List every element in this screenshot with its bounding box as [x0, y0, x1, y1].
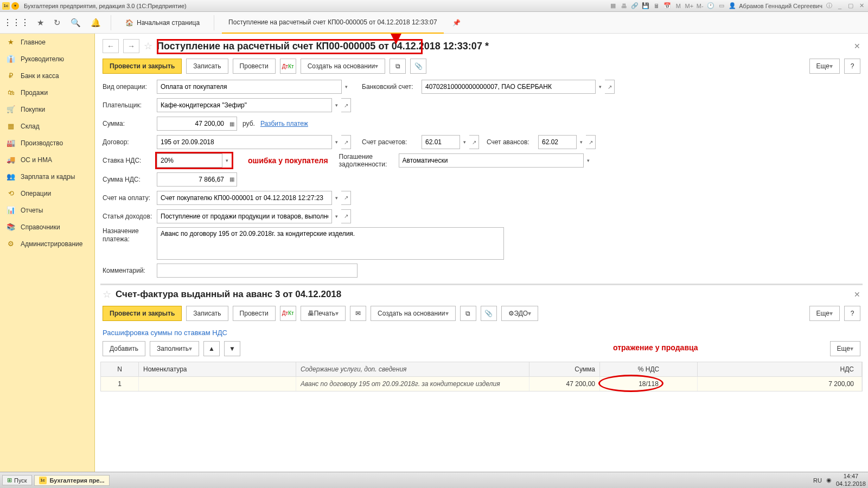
calendar-icon[interactable]: 📅 — [663, 2, 672, 10]
print-button[interactable]: 🖶 Печать — [301, 306, 346, 321]
print-icon[interactable]: 🖶 — [620, 2, 628, 10]
m-icon[interactable]: M — [674, 2, 682, 10]
more-button[interactable]: Еще — [809, 306, 840, 321]
invoice-input[interactable] — [157, 191, 331, 205]
dropdown-icon[interactable]: ▾ — [331, 191, 341, 205]
system-clock[interactable]: 14:47 04.12.2018 — [836, 473, 866, 487]
create-based-button[interactable]: Создать на основании — [301, 59, 386, 74]
save-button[interactable]: Записать — [186, 59, 228, 74]
dropdown-icon[interactable]: ▾ — [583, 153, 593, 168]
info-icon[interactable]: ⓘ — [825, 2, 833, 10]
income-item-input[interactable] — [157, 209, 331, 223]
open-icon[interactable]: ↗ — [586, 135, 596, 149]
sidebar-item-purchases[interactable]: 🛒Покупки — [0, 101, 94, 118]
sidebar-item-bank[interactable]: ₽Банк и касса — [0, 67, 94, 84]
bank-acc-input[interactable] — [422, 80, 595, 94]
dropdown-icon[interactable]: ▾ — [331, 135, 341, 149]
table-row[interactable]: 1 Аванс по договору 195 от 20.09.2018г. … — [100, 377, 863, 391]
open-icon[interactable]: ↗ — [341, 209, 351, 223]
attach-button[interactable]: 📎 — [481, 306, 497, 321]
move-up-button[interactable]: ▲ — [203, 341, 220, 356]
calc-icon[interactable]: 🖩 — [652, 2, 661, 10]
more-button[interactable]: Еще — [809, 59, 840, 74]
lang-indicator[interactable]: RU — [813, 477, 822, 484]
dropdown-icon[interactable]: ▾ — [341, 80, 351, 94]
open-icon[interactable]: ↗ — [469, 135, 479, 149]
advance-acc-input[interactable] — [538, 135, 576, 149]
structure-button[interactable]: ⧉ — [460, 306, 476, 321]
fill-button[interactable]: Заполнить — [150, 341, 199, 356]
vat-breakdown-link[interactable]: Расшифровка суммы по ставкам НДС — [103, 329, 863, 337]
dropdown-icon[interactable]: ▾ — [595, 80, 605, 94]
post-button[interactable]: Провести — [233, 306, 276, 321]
email-button[interactable]: ✉ — [350, 306, 366, 321]
search-icon[interactable]: 🔍 — [68, 16, 83, 30]
add-button[interactable]: Добавить — [103, 341, 145, 356]
edo-button[interactable]: ⚙ ЭДО — [501, 306, 539, 321]
vat-rate-input[interactable] — [157, 153, 222, 168]
nav-back-button[interactable]: ← — [103, 39, 119, 53]
payer-input[interactable] — [157, 98, 331, 112]
app-menu-icon[interactable]: ▾ — [11, 2, 19, 10]
dropdown-icon[interactable]: ▾ — [331, 98, 341, 112]
nav-forward-button[interactable]: → — [123, 39, 139, 53]
calc-icon[interactable]: ▦ — [227, 172, 237, 187]
post-close-button[interactable]: Провести и закрыть — [103, 306, 182, 321]
sum-input[interactable] — [157, 117, 227, 131]
open-icon[interactable]: ↗ — [341, 135, 351, 149]
vat-sum-input[interactable] — [157, 172, 227, 187]
sidebar-item-refs[interactable]: 📚Справочники — [0, 219, 94, 235]
toolbar-icon[interactable]: ▦ — [609, 2, 617, 10]
open-icon[interactable]: ↗ — [605, 80, 615, 94]
apps-icon[interactable]: ⋮⋮⋮ — [3, 17, 29, 28]
tray-icon[interactable]: ◉ — [826, 477, 832, 484]
bell-icon[interactable]: 🔔 — [88, 16, 103, 30]
sidebar-item-admin[interactable]: ⚙Администрирование — [0, 235, 94, 252]
create-based-button[interactable]: Создать на основании — [371, 306, 456, 321]
sidebar-item-main[interactable]: ★Главное — [0, 34, 94, 50]
tab-home[interactable]: 🏠 Начальная страница — [119, 19, 206, 27]
more-button-2[interactable]: Еще — [830, 341, 860, 356]
sidebar-item-production[interactable]: 🏭Производство — [0, 134, 94, 151]
dropdown-icon[interactable]: ▾ — [222, 153, 232, 168]
sidebar-item-operations[interactable]: ⟲Операции — [0, 185, 94, 202]
save-icon[interactable]: 💾 — [641, 2, 650, 10]
clock-icon[interactable]: 🕐 — [706, 2, 715, 10]
attach-button[interactable]: 📎 — [410, 59, 426, 74]
dtkt-button[interactable]: ДтКт — [280, 59, 296, 74]
dropdown-icon[interactable]: ▾ — [459, 135, 469, 149]
maximize-icon[interactable]: ▢ — [846, 2, 855, 10]
post-close-button[interactable]: Провести и закрыть — [103, 59, 182, 74]
split-payment-link[interactable]: Разбить платеж — [260, 120, 308, 127]
save-button[interactable]: Записать — [186, 306, 228, 321]
contract-input[interactable] — [157, 135, 331, 149]
comment-input[interactable] — [157, 264, 358, 278]
history-icon[interactable]: ↻ — [52, 16, 63, 30]
help-button[interactable]: ? — [844, 306, 860, 321]
sidebar-item-assets[interactable]: 🚚ОС и НМА — [0, 151, 94, 168]
box-icon[interactable]: ▭ — [717, 2, 726, 10]
dropdown-icon[interactable]: ▾ — [331, 209, 341, 223]
m-minus-icon[interactable]: M- — [695, 2, 704, 10]
pin-icon[interactable]: 📌 — [449, 19, 464, 27]
settle-acc-input[interactable] — [422, 135, 459, 149]
sidebar-item-salary[interactable]: 👥Зарплата и кадры — [0, 168, 94, 185]
sidebar-item-manager[interactable]: 👔Руководителю — [0, 50, 94, 67]
sidebar-item-warehouse[interactable]: ▦Склад — [0, 118, 94, 134]
favorite-icon[interactable]: ☆ — [144, 40, 152, 52]
open-icon[interactable]: ↗ — [341, 191, 351, 205]
star-icon[interactable]: ★ — [35, 16, 46, 30]
minimize-icon[interactable]: _ — [835, 2, 844, 10]
op-type-input[interactable] — [157, 80, 341, 94]
close-panel-icon[interactable]: ✕ — [854, 42, 860, 50]
move-down-button[interactable]: ▼ — [224, 341, 240, 356]
m-plus-icon[interactable]: M+ — [685, 2, 693, 10]
start-button[interactable]: ⊞ Пуск — [2, 475, 32, 485]
purpose-textarea[interactable]: Аванс по договору 195 от 20.09.2018г. за… — [157, 227, 504, 260]
dropdown-icon[interactable]: ▾ — [576, 135, 586, 149]
tab-document[interactable]: Поступление на расчетный счет КП00-00000… — [222, 12, 444, 34]
close-icon[interactable]: ✕ — [857, 2, 866, 10]
post-button[interactable]: Провести — [233, 59, 276, 74]
sidebar-item-reports[interactable]: 📊Отчеты — [0, 202, 94, 219]
calc-icon[interactable]: ▦ — [227, 117, 237, 131]
